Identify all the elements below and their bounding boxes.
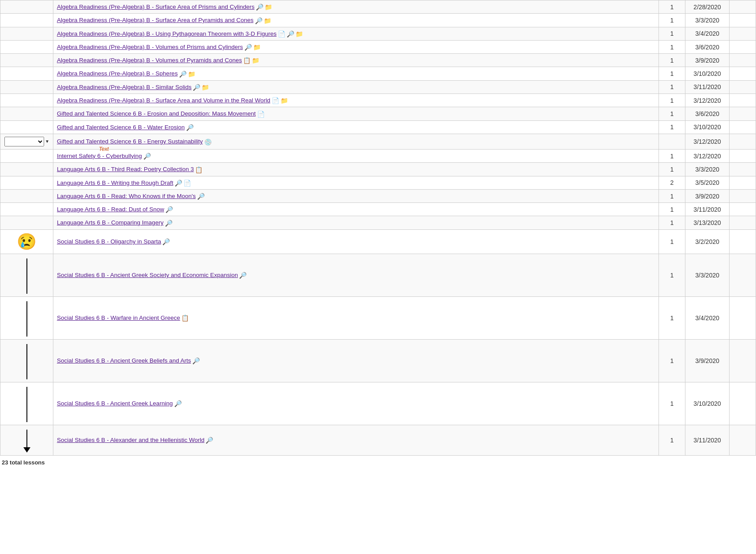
folder-icon: 📁 (281, 97, 288, 104)
quiz-icon: 🔎 (192, 357, 200, 364)
lesson-link[interactable]: Algebra Readiness (Pre-Algebra) B - Usin… (57, 30, 277, 37)
left-cell (0, 189, 53, 202)
title-wrap: Text Internet Safety 6 - Cyberbullying🔎 (57, 152, 151, 160)
date-cell: 3/9/2020 (685, 54, 730, 67)
count-cell: 1 (659, 54, 685, 67)
extra-cell (730, 0, 756, 14)
table-row: ▼Gifted and Talented Science 6 B - Energ… (0, 134, 756, 149)
lesson-link[interactable]: Gifted and Talented Science 6 B - Water … (57, 124, 185, 131)
lesson-link[interactable]: Internet Safety 6 - Cyberbullying (57, 153, 142, 159)
left-cell (0, 254, 53, 296)
lesson-link[interactable]: Language Arts 6 B - Comparing Imagery (57, 219, 164, 226)
lesson-link[interactable]: Gifted and Talented Science 6 B - Erosio… (57, 110, 256, 117)
title-cell: Algebra Readiness (Pre-Algebra) B - Volu… (53, 54, 659, 67)
lesson-link[interactable]: Algebra Readiness (Pre-Algebra) B - Simi… (57, 84, 191, 90)
lesson-link[interactable]: Algebra Readiness (Pre-Algebra) B - Surf… (57, 97, 270, 104)
count-cell: 1 (659, 382, 685, 425)
count-cell: 1 (659, 216, 685, 229)
lesson-link[interactable]: Algebra Readiness (Pre-Algebra) B - Surf… (57, 4, 254, 10)
date-cell: 3/5/2020 (685, 176, 730, 189)
lesson-link[interactable]: Language Arts 6 B - Third Read: Poetry C… (57, 166, 194, 172)
text-overlay-label: Text (99, 146, 109, 152)
date-cell: 2/28/2020 (685, 0, 730, 14)
count-cell (659, 134, 685, 149)
date-cell: 3/4/2020 (685, 27, 730, 40)
lesson-link[interactable]: Language Arts 6 B - Read: Who Knows if t… (57, 193, 196, 199)
extra-cell (730, 67, 756, 80)
folder-icon: 📁 (264, 17, 271, 24)
lesson-link[interactable]: Social Studies 6 B - Ancient Greek Belie… (57, 357, 191, 364)
doc-icon: 📄 (257, 111, 265, 118)
title-cell: Social Studies 6 B - Alexander and the H… (53, 425, 659, 455)
doc-icon: 📄 (272, 97, 279, 104)
lesson-link[interactable]: Social Studies 6 B - Alexander and the H… (57, 437, 204, 443)
count-cell: 1 (659, 120, 685, 134)
date-cell: 3/11/2020 (685, 203, 730, 216)
count-cell: 1 (659, 189, 685, 202)
left-cell (0, 40, 53, 53)
table-row: Gifted and Talented Science 6 B - Erosio… (0, 107, 756, 120)
quiz-icon: 🔎 (287, 30, 294, 37)
left-cell (0, 54, 53, 67)
count-cell: 1 (659, 149, 685, 162)
title-cell: Algebra Readiness (Pre-Algebra) B - Surf… (53, 94, 659, 107)
table-row: Algebra Readiness (Pre-Algebra) B - Volu… (0, 54, 756, 67)
lesson-link[interactable]: Gifted and Talented Science 6 B - Energy… (57, 138, 203, 145)
extra-cell (730, 216, 756, 229)
doc2-icon: 📋 (195, 166, 202, 173)
extra-cell (730, 54, 756, 67)
lesson-link[interactable]: Language Arts 6 B - Writing the Rough Dr… (57, 180, 173, 186)
arrow-down (4, 299, 49, 337)
table-row: Gifted and Talented Science 6 B - Water … (0, 120, 756, 134)
extra-cell (730, 425, 756, 455)
quiz-icon: 🔎 (174, 400, 182, 407)
lesson-link[interactable]: Social Studies 6 B - Ancient Greek Socie… (57, 272, 238, 278)
left-cell (0, 176, 53, 189)
arrow-down (4, 385, 49, 422)
date-cell: 3/11/2020 (685, 80, 730, 94)
left-cell (0, 149, 53, 162)
table-row: Language Arts 6 B - Third Read: Poetry C… (0, 163, 756, 176)
extra-cell (730, 296, 756, 339)
extra-cell (730, 27, 756, 40)
left-cell (0, 14, 53, 27)
table-row: Algebra Readiness (Pre-Algebra) B - Volu… (0, 40, 756, 53)
lesson-link[interactable]: Algebra Readiness (Pre-Algebra) B - Volu… (57, 44, 243, 50)
dropdown-cell[interactable]: ▼ (4, 137, 49, 146)
table-row: Algebra Readiness (Pre-Algebra) B - Surf… (0, 94, 756, 107)
sad-emoji: 😢 (17, 232, 37, 251)
lesson-link[interactable]: Language Arts 6 B - Read: Dust of Snow (57, 206, 164, 213)
extra-cell (730, 134, 756, 149)
lesson-link[interactable]: Algebra Readiness (Pre-Algebra) B - Surf… (57, 17, 254, 23)
table-row: Language Arts 6 B - Read: Who Knows if t… (0, 189, 756, 202)
count-cell: 1 (659, 229, 685, 254)
lesson-link[interactable]: Algebra Readiness (Pre-Algebra) B - Volu… (57, 57, 242, 64)
lesson-link[interactable]: Social Studies 6 B - Warfare in Ancient … (57, 314, 180, 321)
count-cell: 1 (659, 80, 685, 94)
lesson-link[interactable]: Social Studies 6 B - Ancient Greek Learn… (57, 400, 173, 407)
count-cell: 1 (659, 0, 685, 14)
folder-icon: 📁 (252, 57, 259, 64)
inline-select[interactable] (4, 137, 44, 146)
title-cell: Algebra Readiness (Pre-Algebra) B - Usin… (53, 27, 659, 40)
extra-cell (730, 40, 756, 53)
left-cell (0, 120, 53, 134)
date-cell: 3/13/2020 (685, 216, 730, 229)
table-row: Algebra Readiness (Pre-Algebra) B - Surf… (0, 0, 756, 14)
lesson-link[interactable]: Algebra Readiness (Pre-Algebra) B - Sphe… (57, 70, 178, 77)
title-cell: Language Arts 6 B - Writing the Rough Dr… (53, 176, 659, 189)
quiz-icon: 🔎 (186, 124, 194, 131)
table-row: Language Arts 6 B - Read: Dust of Snow🔎1… (0, 203, 756, 216)
title-cell: Gifted and Talented Science 6 B - Water … (53, 120, 659, 134)
quiz-icon: 🔎 (165, 220, 172, 227)
arrow-down (4, 342, 49, 379)
lesson-link[interactable]: Social Studies 6 B - Oligarchy in Sparta (57, 238, 161, 245)
left-cell (0, 203, 53, 216)
extra-cell (730, 203, 756, 216)
left-cell (0, 216, 53, 229)
count-cell: 1 (659, 27, 685, 40)
title-cell: Algebra Readiness (Pre-Algebra) B - Surf… (53, 14, 659, 27)
date-cell: 3/3/2020 (685, 14, 730, 27)
date-cell: 3/12/2020 (685, 149, 730, 162)
count-cell: 1 (659, 94, 685, 107)
